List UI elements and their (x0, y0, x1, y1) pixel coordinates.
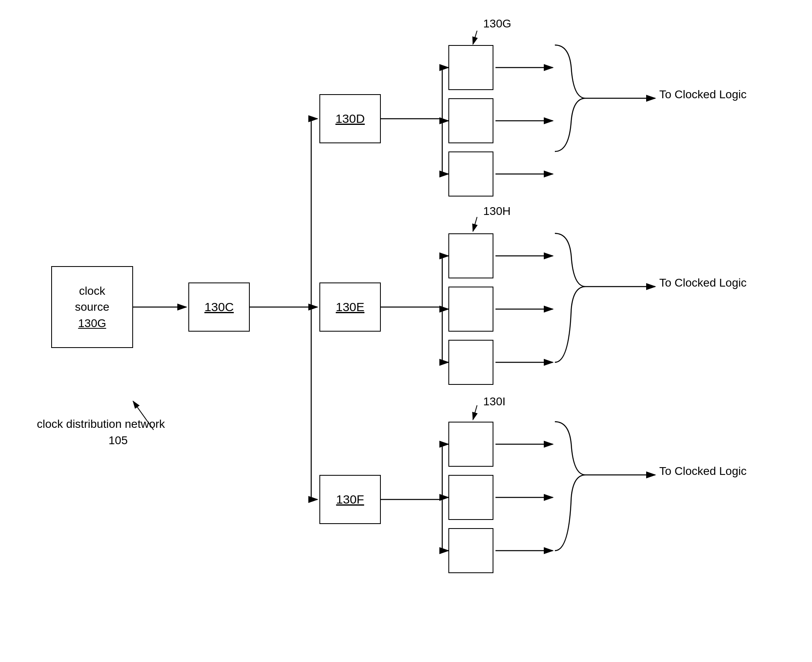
box-G3 (448, 151, 493, 197)
box-H3 (448, 340, 493, 385)
box-H2 (448, 287, 493, 332)
to-clocked-logic-3: To Clocked Logic (659, 465, 746, 478)
box-I2 (448, 475, 493, 520)
diagram-container: clocksource130G 130C 130D 130E 130F 130G… (0, 0, 812, 662)
to-clocked-logic-2: To Clocked Logic (659, 276, 746, 289)
clock-dist-label: clock distribution network (37, 418, 165, 431)
box-130E-label: 130E (336, 300, 364, 314)
box-130C: 130C (188, 282, 250, 332)
label-130H: 130H (483, 205, 511, 218)
svg-line-36 (473, 217, 477, 231)
label-130G: 130G (483, 17, 511, 30)
svg-line-37 (473, 405, 477, 420)
clock-source-number: 130G (78, 317, 106, 330)
to-clocked-logic-1: To Clocked Logic (659, 88, 746, 101)
box-130F-label: 130F (336, 493, 364, 506)
box-130E: 130E (319, 282, 381, 332)
box-130D-label: 130D (335, 112, 365, 126)
box-G1 (448, 45, 493, 90)
label-130I: 130I (483, 395, 506, 408)
box-H1 (448, 233, 493, 278)
svg-line-35 (473, 31, 477, 44)
box-G2 (448, 98, 493, 143)
clock-source-label: clocksource130G (75, 283, 109, 331)
box-I3 (448, 528, 493, 573)
clock-source-box: clocksource130G (51, 266, 133, 348)
box-130D: 130D (319, 94, 381, 143)
box-130C-label: 130C (204, 300, 234, 314)
clock-dist-number: 105 (109, 434, 128, 447)
box-130F: 130F (319, 475, 381, 524)
box-I1 (448, 422, 493, 467)
